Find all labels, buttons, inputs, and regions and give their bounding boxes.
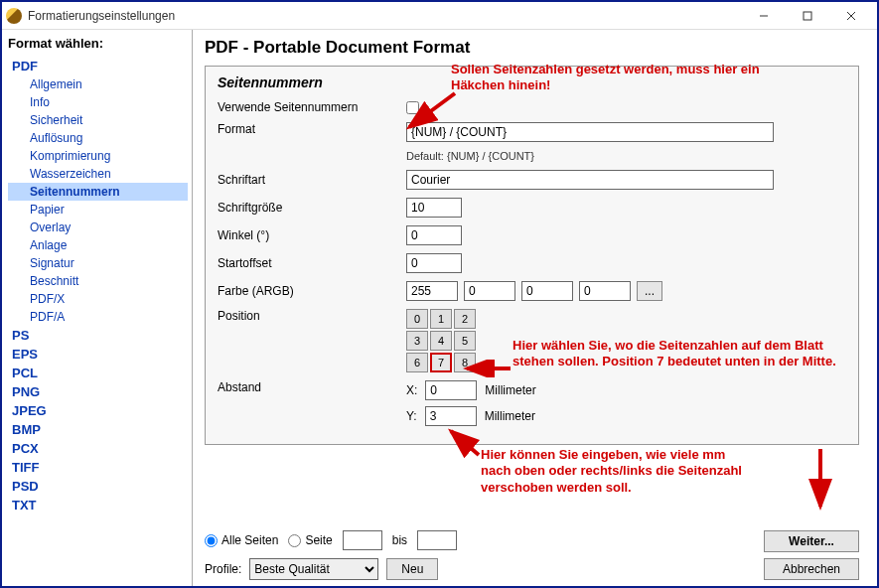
arrow-icon: [808, 445, 832, 514]
titlebar: Formatierungseinstellungen: [2, 2, 877, 30]
svg-rect-1: [804, 12, 811, 20]
page-from-input[interactable]: [343, 530, 382, 550]
sidebar-item-jpeg[interactable]: JPEG: [8, 401, 188, 420]
format-input[interactable]: [406, 122, 774, 142]
angle-input[interactable]: [406, 225, 462, 245]
sidebar-subitem-anlage[interactable]: Anlage: [8, 236, 188, 254]
page-to-input[interactable]: [417, 530, 457, 550]
sidebar-subitem-pdf/x[interactable]: PDF/X: [8, 290, 188, 308]
distance-x-unit: Millimeter: [485, 383, 535, 397]
page-title: PDF - Portable Document Format: [205, 38, 859, 58]
distance-y-label: Y:: [406, 409, 417, 423]
sidebar-subitem-auflösung[interactable]: Auflösung: [8, 129, 188, 147]
position-cell-8[interactable]: 8: [454, 353, 476, 372]
position-label: Position: [218, 309, 406, 323]
single-page-radio[interactable]: Seite: [288, 533, 332, 547]
format-default: Default: {NUM} / {COUNT}: [406, 150, 534, 162]
color-g-input[interactable]: [521, 281, 573, 301]
color-a-input[interactable]: [406, 281, 458, 301]
annotation-1: Sollen Seitenzahlen gesetzt werden, muss…: [451, 62, 808, 94]
color-picker-button[interactable]: ...: [637, 281, 662, 301]
profile-label: Profile:: [205, 562, 241, 576]
body: Format wählen: PDFAllgemeinInfoSicherhei…: [2, 30, 877, 586]
minimize-button[interactable]: [742, 3, 786, 29]
angle-label: Winkel (°): [218, 228, 406, 242]
startoffset-input[interactable]: [406, 253, 462, 273]
profile-select[interactable]: Beste Qualität: [249, 558, 378, 580]
startoffset-label: Startoffset: [218, 256, 406, 270]
sidebar-subitem-pdf/a[interactable]: PDF/A: [8, 308, 188, 326]
sidebar-subitem-papier[interactable]: Papier: [8, 201, 188, 219]
pagenumbers-panel: Seitennummern Verwende Seitennummern For…: [205, 66, 859, 445]
sidebar-item-psd[interactable]: PSD: [8, 477, 188, 496]
new-profile-button[interactable]: Neu: [386, 558, 438, 580]
window: Formatierungseinstellungen Format wählen…: [0, 0, 879, 588]
cancel-button[interactable]: Abbrechen: [764, 558, 859, 580]
sidebar-item-ps[interactable]: PS: [8, 326, 188, 345]
distance-x-label: X:: [406, 383, 417, 397]
position-cell-2[interactable]: 2: [454, 309, 476, 329]
position-cell-7[interactable]: 7: [430, 353, 452, 372]
color-b-input[interactable]: [579, 281, 631, 301]
font-input[interactable]: [406, 170, 774, 190]
sidebar-subitem-signatur[interactable]: Signatur: [8, 254, 188, 272]
annotation-2: Hier wählen Sie, wo die Seitenzahlen auf…: [513, 338, 850, 370]
distance-x-input[interactable]: [425, 380, 477, 400]
sidebar-item-pcx[interactable]: PCX: [8, 439, 188, 458]
window-title: Formatierungseinstellungen: [28, 9, 742, 23]
sidebar-item-tiff[interactable]: TIFF: [8, 458, 188, 477]
format-label: Format: [218, 122, 406, 136]
sidebar-subitem-overlay[interactable]: Overlay: [8, 219, 188, 236]
sidebar-item-pdf[interactable]: PDF: [8, 57, 188, 75]
use-pagenumbers-checkbox[interactable]: [406, 101, 419, 114]
distance-label: Abstand: [218, 380, 406, 394]
sidebar-item-txt[interactable]: TXT: [8, 496, 188, 514]
font-label: Schriftart: [218, 173, 406, 187]
sidebar-subitem-allgemein[interactable]: Allgemein: [8, 75, 188, 93]
color-r-input[interactable]: [464, 281, 515, 301]
color-label: Farbe (ARGB): [218, 284, 406, 298]
sidebar-subitem-wasserzeichen[interactable]: Wasserzeichen: [8, 165, 188, 183]
fontsize-input[interactable]: [406, 198, 462, 218]
position-cell-5[interactable]: 5: [454, 331, 476, 351]
sidebar-item-png[interactable]: PNG: [8, 382, 188, 401]
format-tree: PDFAllgemeinInfoSicherheitAuflösungKompr…: [8, 57, 188, 514]
position-cell-4[interactable]: 4: [430, 331, 452, 351]
bottombar: Alle Seiten Seite bis Profile: Beste Qua…: [205, 522, 859, 580]
fontsize-label: Schriftgröße: [218, 201, 406, 215]
position-grid: 012345678: [406, 309, 476, 372]
all-pages-radio[interactable]: Alle Seiten: [205, 533, 278, 547]
distance-y-unit: Millimeter: [485, 409, 535, 423]
use-pagenumbers-label: Verwende Seitennummern: [218, 100, 406, 114]
position-cell-3[interactable]: 3: [406, 331, 428, 351]
distance-y-input[interactable]: [425, 406, 477, 426]
sidebar-subitem-sicherheit[interactable]: Sicherheit: [8, 111, 188, 129]
sidebar-heading: Format wählen:: [8, 36, 188, 51]
position-cell-0[interactable]: 0: [406, 309, 428, 329]
position-cell-1[interactable]: 1: [430, 309, 452, 329]
sidebar-item-pcl[interactable]: PCL: [8, 364, 188, 382]
sidebar-item-bmp[interactable]: BMP: [8, 420, 188, 439]
position-cell-6[interactable]: 6: [406, 353, 428, 372]
close-button[interactable]: [829, 3, 873, 29]
sidebar: Format wählen: PDFAllgemeinInfoSicherhei…: [2, 30, 193, 586]
next-button[interactable]: Weiter...: [764, 530, 859, 552]
maximize-button[interactable]: [786, 3, 829, 29]
sidebar-item-eps[interactable]: EPS: [8, 345, 188, 364]
app-icon: [6, 8, 22, 24]
annotation-3: Hier können Sie eingeben, wie viele mm n…: [481, 447, 759, 496]
sidebar-subitem-komprimierung[interactable]: Komprimierung: [8, 147, 188, 165]
sidebar-subitem-seitennummern[interactable]: Seitennummern: [8, 183, 188, 201]
main: PDF - Portable Document Format Seitennum…: [193, 30, 877, 586]
sidebar-subitem-beschnitt[interactable]: Beschnitt: [8, 272, 188, 290]
sidebar-subitem-info[interactable]: Info: [8, 93, 188, 111]
page-to-label: bis: [392, 533, 407, 547]
